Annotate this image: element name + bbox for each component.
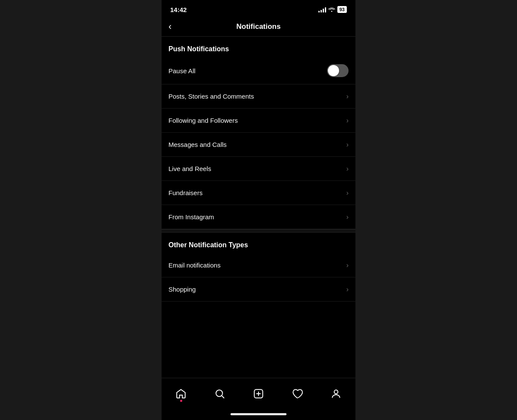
status-icons: 93 xyxy=(318,6,347,13)
home-indicator-bar xyxy=(230,413,287,415)
live-reels-right: › xyxy=(346,165,349,173)
email-notifications-right: › xyxy=(346,261,349,269)
following-followers-chevron-icon: › xyxy=(346,117,349,124)
signal-bars-icon xyxy=(318,6,326,12)
battery-icon: 93 xyxy=(337,6,347,13)
pause-all-item[interactable]: Pause All xyxy=(162,57,355,84)
nav-activity[interactable] xyxy=(288,386,306,401)
home-nav-dot xyxy=(180,400,182,402)
fundraisers-label: Fundraisers xyxy=(168,189,202,196)
home-icon xyxy=(175,388,187,399)
from-instagram-label: From Instagram xyxy=(168,213,214,221)
nav-add[interactable] xyxy=(249,386,268,401)
email-notifications-chevron-icon: › xyxy=(346,261,349,269)
fundraisers-right: › xyxy=(346,189,349,197)
live-reels-item[interactable]: Live and Reels › xyxy=(162,157,355,181)
messages-calls-chevron-icon: › xyxy=(346,141,349,149)
heart-icon xyxy=(292,388,303,399)
messages-calls-right: › xyxy=(346,141,349,149)
back-button[interactable]: ‹ xyxy=(168,22,171,31)
svg-point-2 xyxy=(334,390,338,394)
wifi-icon xyxy=(328,7,335,12)
status-bar: 14:42 93 xyxy=(162,0,355,17)
from-instagram-right: › xyxy=(346,213,349,221)
bottom-nav xyxy=(162,378,355,408)
phone-container: 14:42 93 ‹ Notifications Push Notificat xyxy=(162,0,355,420)
content-area: Push Notifications Pause All Posts, Stor… xyxy=(162,37,355,378)
from-instagram-chevron-icon: › xyxy=(346,213,349,221)
following-followers-right: › xyxy=(346,117,349,124)
fundraisers-chevron-icon: › xyxy=(346,189,349,197)
pause-all-toggle[interactable] xyxy=(327,64,349,77)
toggle-track[interactable] xyxy=(327,64,349,77)
page-header: ‹ Notifications xyxy=(162,17,355,37)
search-icon xyxy=(214,388,225,399)
messages-calls-item[interactable]: Messages and Calls › xyxy=(162,133,355,157)
section-divider xyxy=(162,229,355,233)
posts-stories-chevron-icon: › xyxy=(346,93,349,100)
shopping-chevron-icon: › xyxy=(346,286,349,293)
shopping-right: › xyxy=(346,286,349,293)
home-indicator xyxy=(162,408,355,420)
live-reels-label: Live and Reels xyxy=(168,165,211,172)
fundraisers-item[interactable]: Fundraisers › xyxy=(162,181,355,205)
nav-search[interactable] xyxy=(211,386,229,401)
shopping-label: Shopping xyxy=(168,286,196,293)
email-notifications-label: Email notifications xyxy=(168,261,221,269)
posts-stories-item[interactable]: Posts, Stories and Comments › xyxy=(162,84,355,109)
toggle-knob xyxy=(328,65,339,76)
live-reels-chevron-icon: › xyxy=(346,165,349,173)
from-instagram-item[interactable]: From Instagram › xyxy=(162,205,355,229)
nav-profile[interactable] xyxy=(327,386,345,401)
email-notifications-item[interactable]: Email notifications › xyxy=(162,253,355,277)
posts-stories-right: › xyxy=(346,93,349,100)
following-followers-label: Following and Followers xyxy=(168,117,238,124)
pause-all-label: Pause All xyxy=(168,67,196,75)
push-notifications-heading: Push Notifications xyxy=(162,37,355,57)
following-followers-item[interactable]: Following and Followers › xyxy=(162,109,355,133)
page-title: Notifications xyxy=(237,22,281,31)
messages-calls-label: Messages and Calls xyxy=(168,141,227,148)
pause-all-right xyxy=(327,64,349,77)
nav-home[interactable] xyxy=(172,386,190,401)
profile-icon xyxy=(330,388,342,399)
status-time: 14:42 xyxy=(170,6,187,13)
other-notifications-heading: Other Notification Types xyxy=(162,233,355,253)
shopping-item[interactable]: Shopping › xyxy=(162,277,355,302)
add-icon xyxy=(253,388,264,399)
posts-stories-label: Posts, Stories and Comments xyxy=(168,93,254,100)
